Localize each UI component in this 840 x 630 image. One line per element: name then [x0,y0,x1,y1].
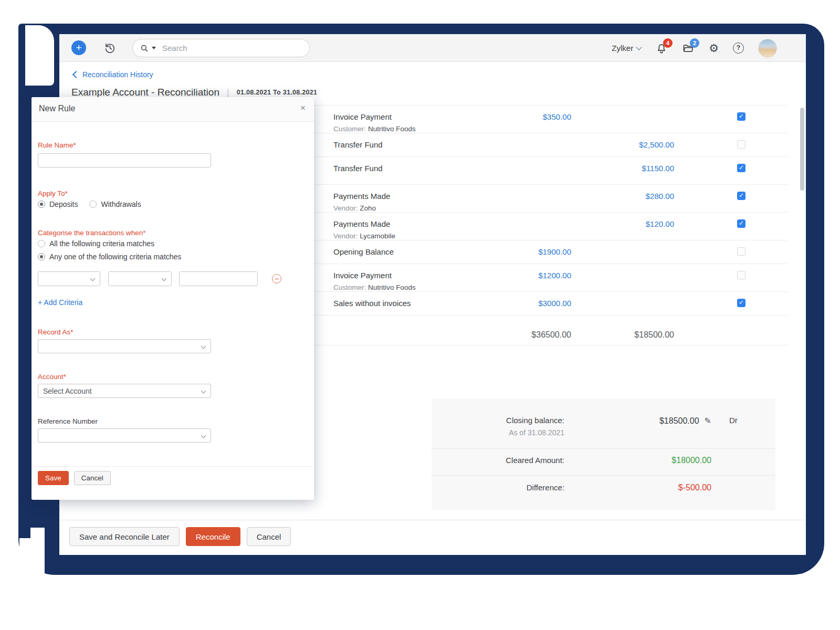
amount-col1: $350.00 [498,112,571,121]
radio-icon[interactable] [89,201,97,208]
cancel-button[interactable]: Cancel [247,527,291,546]
transaction-contact: Vendor: Lycamobile [333,232,498,240]
criteria-field-select[interactable] [38,271,100,286]
table-row: Sales without invoices$3000.00 [314,292,788,316]
table-row: Invoice PaymentCustomer: Nutritivo Foods… [314,264,788,292]
org-name: Zylker [612,44,633,52]
row-checkbox[interactable] [737,299,746,307]
radio-icon[interactable] [38,253,45,260]
table-row: Transfer Fund$1150.00 [314,157,788,185]
row-checkbox[interactable] [737,271,746,279]
apply-to-option[interactable]: Withdrawals [89,200,141,208]
scrollbar-thumb[interactable] [800,108,804,191]
categorise-option[interactable]: Any one of the following criteria matche… [38,253,181,261]
cleared-amount-row: Cleared Amount: $18000.00 [432,449,775,476]
table-row: Invoice PaymentCustomer: Nutritivo Foods… [314,106,788,133]
as-of-date: As of 31.08.2021 [432,428,564,437]
table-row: Payments MadeVendor: Lycamobile$120.00 [314,213,788,240]
account-select[interactable]: Select Account [38,384,211,398]
quick-create-button[interactable]: + [71,40,86,55]
page-title: Example Account - Reconciliation [71,87,219,98]
reconciliation-summary: Closing balance: As of 31.08.2021 $18500… [432,399,775,510]
rule-name-label: Rule Name* [38,141,76,149]
amount-col1: $1200.00 [498,271,571,280]
categorise-option[interactable]: All the following criteria matches [38,239,181,248]
modal-save-button[interactable]: Save [38,471,69,485]
categorise-radio-group: All the following criteria matchesAny on… [38,239,181,261]
search-icon [140,44,149,52]
transaction-type: Transfer Fund [333,164,498,173]
cleared-amount-value: $18000.00 [564,456,711,465]
amount-col2: $2,500.00 [601,140,674,149]
frame-notch-bottom-left [30,528,45,574]
top-bar: + Zylker [59,34,806,62]
transaction-contact: Customer: Nutritivo Foods [333,125,498,133]
account-label: Account* [38,373,66,381]
save-and-reconcile-later-button[interactable]: Save and Reconcile Later [69,527,180,546]
difference-row: Difference: $-500.00 [432,476,775,510]
search-scope-caret-icon[interactable] [152,47,156,49]
reference-number-select[interactable] [38,428,211,443]
settings-gear-icon[interactable]: ⚙ [709,42,719,55]
user-avatar[interactable] [758,39,777,58]
search-input[interactable] [161,43,295,53]
page: + Zylker [0,0,840,630]
breadcrumb-label: Reconciliation History [82,70,153,79]
table-row: Transfer Fund$2,500.00 [314,133,788,157]
transaction-type: Sales without invoices [333,299,498,308]
modal-cancel-button[interactable]: Cancel [74,471,111,485]
edit-pencil-icon[interactable]: ✎ [705,416,711,425]
back-chevron-icon [72,71,80,78]
totals-row: $36500.00 $18500.00 [314,316,788,345]
chevron-down-icon [636,44,642,50]
remove-criteria-icon[interactable]: − [272,274,281,284]
reconcile-button[interactable]: Reconcile [186,527,240,546]
amount-col2: $1150.00 [601,164,674,173]
record-as-select[interactable] [38,339,211,353]
transactions-table: Invoice PaymentCustomer: Nutritivo Foods… [314,105,788,345]
amount-col1: $1900.00 [498,247,571,256]
documents-badge: 2 [690,38,699,48]
apply-to-radio-group: DepositsWithdrawals [38,200,141,208]
transaction-type: Transfer Fund [333,140,498,149]
help-icon[interactable]: ? [733,43,744,54]
transaction-type: Payments Made [333,192,498,201]
global-search[interactable] [132,39,310,57]
closing-balance-label: Closing balance: As of 31.08.2021 [432,416,564,437]
table-row: Payments MadeVendor: Zoho$280.00 [314,185,788,213]
title-row: Example Account - Reconciliation | 01.08… [71,87,317,98]
breadcrumb[interactable]: Reconciliation History [74,70,153,79]
radio-icon[interactable] [38,240,45,247]
categorise-label: Categorise the transactions when* [38,229,146,237]
apply-to-option[interactable]: Deposits [38,200,78,208]
org-switcher[interactable]: Zylker [612,44,641,52]
row-checkbox[interactable] [737,140,746,149]
notifications-button[interactable]: 4 [655,42,668,55]
reference-number-label: Reference Number [38,417,98,425]
title-separator: | [227,87,229,98]
documents-button[interactable]: 2 [682,42,695,55]
table-row: Opening Balance$1900.00 [314,240,788,264]
cleared-amount-label: Cleared Amount: [432,456,564,465]
close-icon[interactable]: × [300,103,306,113]
closing-balance-value: $18500.00✎ [564,416,711,426]
row-checkbox[interactable] [737,192,746,200]
radio-icon[interactable] [38,201,45,208]
row-checkbox[interactable] [737,247,746,256]
transaction-contact: Vendor: Zoho [333,204,498,212]
modal-footer: Save Cancel [32,466,314,467]
rule-name-input[interactable] [38,153,211,167]
criteria-value-input[interactable] [179,271,258,286]
radio-label: Deposits [49,200,78,208]
new-rule-modal: New Rule × Rule Name* Apply To* Deposits… [32,97,314,500]
radio-label: Withdrawals [101,200,141,208]
add-criteria-link[interactable]: + Add Criteria [38,298,82,307]
transaction-type: Opening Balance [333,247,498,256]
apply-to-label: Apply To* [38,190,68,197]
recent-history-icon[interactable] [103,41,117,55]
row-checkbox[interactable] [737,112,746,121]
closing-balance-row: Closing balance: As of 31.08.2021 $18500… [432,399,775,449]
row-checkbox[interactable] [737,164,746,172]
row-checkbox[interactable] [737,219,746,228]
criteria-comparator-select[interactable] [108,271,172,286]
